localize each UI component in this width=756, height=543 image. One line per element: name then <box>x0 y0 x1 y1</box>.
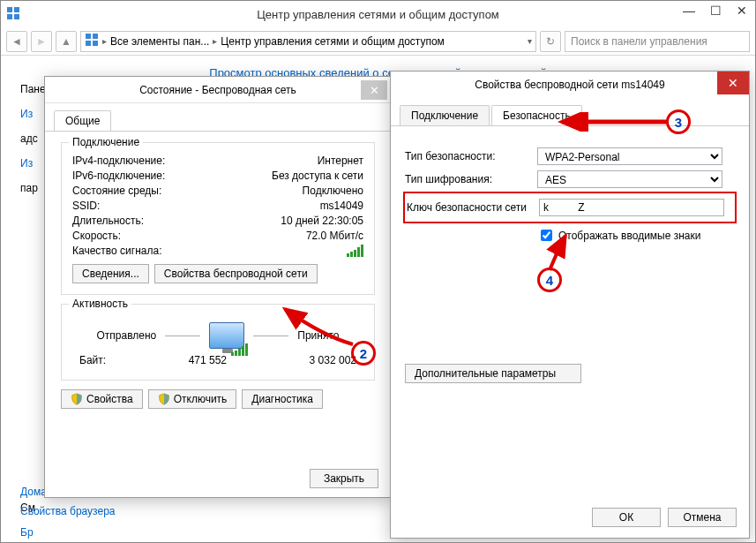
show-chars-checkbox[interactable] <box>541 230 552 241</box>
media-label: Состояние среды: <box>72 185 161 197</box>
ssid-label: SSID: <box>72 200 100 212</box>
received-label: Принято <box>297 329 339 342</box>
group-legend-activity: Активность <box>69 298 131 310</box>
nav-up-button[interactable]: ▲ <box>56 31 77 52</box>
bytes-label: Байт: <box>79 354 106 366</box>
details-button[interactable]: Сведения... <box>72 264 149 283</box>
duration-label: Длительность: <box>72 215 144 227</box>
breadcrumb-item[interactable]: Центр управления сетями и общим доступом <box>221 35 445 48</box>
properties-button[interactable]: Свойства <box>61 389 143 409</box>
cancel-button[interactable]: Отмена <box>668 508 737 527</box>
bytes-recv: 3 032 002 <box>310 354 356 366</box>
chevron-right-icon: ▸ <box>102 36 107 46</box>
breadcrumb-item[interactable]: Все элементы пан... <box>110 35 209 48</box>
svg-rect-4 <box>86 34 91 39</box>
speed-value: 72.0 Мбит/с <box>306 230 363 242</box>
close-button[interactable]: ✕ <box>361 80 387 100</box>
signal-icon <box>231 343 248 356</box>
svg-rect-5 <box>93 34 98 39</box>
disconnect-button[interactable]: Отключить <box>148 389 237 409</box>
ok-button[interactable]: ОК <box>592 508 661 527</box>
nav-back-button[interactable]: ◄ <box>6 31 27 52</box>
svg-rect-3 <box>14 14 19 19</box>
search-placeholder: Поиск в панели управления <box>571 35 707 48</box>
signal-icon <box>347 245 363 257</box>
network-key-input[interactable] <box>539 199 724 216</box>
encryption-label: Тип шифрования: <box>405 173 537 185</box>
network-center-icon <box>6 6 20 20</box>
wireless-properties-button[interactable]: Свойства беспроводной сети <box>154 264 318 283</box>
security-type-label: Тип безопасности: <box>405 150 537 162</box>
nav-forward-button[interactable]: ► <box>31 31 52 52</box>
svg-rect-0 <box>7 7 12 12</box>
chevron-down-icon[interactable]: ▾ <box>528 36 532 46</box>
close-button[interactable]: ✕ <box>717 72 749 94</box>
annotation-4: 4 <box>537 268 562 292</box>
wifi-status-dialog: Состояние - Беспроводная сеть ✕ Общие По… <box>44 76 392 498</box>
bytes-sent: 471 552 <box>163 354 251 366</box>
close-dialog-button[interactable]: Закрыть <box>310 469 378 488</box>
security-type-select[interactable]: WPA2-Personal <box>537 147 722 165</box>
network-center-icon <box>85 33 99 49</box>
annotation-highlight-key: Ключ безопасности сети <box>403 192 737 223</box>
wifi-properties-dialog: Свойства беспроводной сети ms14049 ✕ Под… <box>390 71 750 539</box>
duration-value: 10 дней 22:30:05 <box>281 215 363 227</box>
network-key-label: Ключ безопасности сети <box>407 201 539 214</box>
annotation-3: 3 <box>666 109 691 134</box>
show-chars-label: Отображать вводимые знаки <box>558 230 700 242</box>
speed-label: Скорость: <box>72 230 121 242</box>
ipv4-label: IPv4-подключение: <box>72 155 165 167</box>
minimize-button[interactable]: — <box>676 1 702 20</box>
close-button[interactable]: ✕ <box>729 1 755 20</box>
media-value: Подключено <box>303 185 363 197</box>
tab-security[interactable]: Безопасность <box>491 105 582 125</box>
svg-rect-6 <box>86 41 91 46</box>
tab-general[interactable]: Общие <box>54 110 111 131</box>
encryption-select[interactable]: AES <box>537 170 722 188</box>
dialog-title: Состояние - Беспроводная сеть <box>139 84 296 96</box>
maximize-button[interactable]: ☐ <box>702 1 729 20</box>
chevron-right-icon: ▸ <box>213 36 217 46</box>
svg-rect-2 <box>7 14 12 19</box>
svg-rect-7 <box>93 41 98 46</box>
diagnose-button[interactable]: Диагностика <box>242 389 323 409</box>
svg-rect-1 <box>14 7 19 12</box>
group-legend-connection: Подключение <box>69 136 143 148</box>
search-input[interactable]: Поиск в панели управления <box>565 31 750 52</box>
annotation-2: 2 <box>351 341 376 366</box>
tab-connection[interactable]: Подключение <box>400 105 490 125</box>
ssid-value: ms14049 <box>320 200 363 212</box>
advanced-params-button[interactable]: Дополнительные параметры <box>405 364 581 383</box>
window-title: Центр управления сетями и общим доступом <box>257 8 499 21</box>
ipv4-value: Интернет <box>318 155 363 167</box>
ipv6-label: IPv6-подключение: <box>72 170 165 182</box>
refresh-button[interactable]: ↻ <box>540 31 561 52</box>
signal-label: Качество сигнала: <box>72 245 161 257</box>
sent-label: Отправлено <box>97 329 157 342</box>
breadcrumb[interactable]: ▸ Все элементы пан... ▸ Центр управления… <box>80 31 536 52</box>
ipv6-value: Без доступа к сети <box>272 170 363 182</box>
dialog-title: Свойства беспроводной сети ms14049 <box>475 79 664 91</box>
browser-properties-link[interactable]: Свойства браузера <box>20 505 116 517</box>
